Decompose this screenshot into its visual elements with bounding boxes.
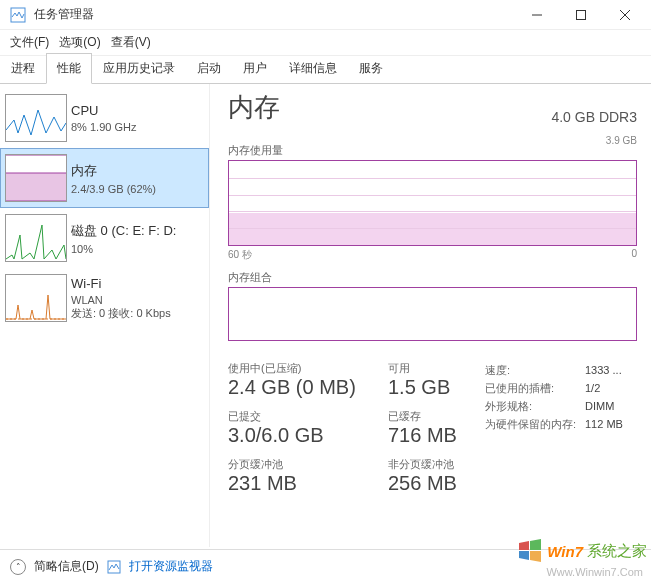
sidebar-item-sub: 2.4/3.9 GB (62%) <box>71 183 156 195</box>
sidebar-item-title: 磁盘 0 (C: E: F: D: <box>71 222 176 240</box>
close-button[interactable] <box>603 1 647 29</box>
stat-label: 分页缓冲池 <box>228 457 388 472</box>
sidebar-item-磁盘 0 (C: E: F: D:[interactable]: 磁盘 0 (C: E: F: D:10% <box>0 208 209 268</box>
maximize-button[interactable] <box>559 1 603 29</box>
brief-info-button[interactable]: 简略信息(D) <box>34 558 99 575</box>
svg-rect-2 <box>577 10 586 19</box>
page-title: 内存 <box>228 90 280 125</box>
sidebar-item-CPU[interactable]: CPU8% 1.90 GHz <box>0 88 209 148</box>
sidebar-item-sub: WLAN <box>71 294 171 306</box>
stat-value: 2.4 GB (0 MB) <box>228 376 388 399</box>
memory-composition-chart <box>228 287 637 341</box>
stat-value: 256 MB <box>388 472 483 495</box>
tab-服务[interactable]: 服务 <box>348 53 394 83</box>
sidebar-item-内存[interactable]: 内存2.4/3.9 GB (62%) <box>0 148 209 208</box>
thumb-chart <box>5 154 67 202</box>
tab-用户[interactable]: 用户 <box>232 53 278 83</box>
kv-key: 为硬件保留的内存: <box>485 415 585 433</box>
sidebar-item-title: 内存 <box>71 162 156 180</box>
kv-val: 1333 ... <box>585 361 622 379</box>
usage-max: 3.9 GB <box>606 135 637 158</box>
watermark-url: Www.Winwin7.Com <box>546 566 643 578</box>
kv-key: 外形规格: <box>485 397 585 415</box>
usage-label: 内存使用量 <box>228 143 283 158</box>
memory-spec: 4.0 GB DDR3 <box>551 109 637 125</box>
resource-monitor-icon <box>107 560 121 574</box>
stat-value: 231 MB <box>228 472 388 495</box>
kv-val: 112 MB <box>585 415 623 433</box>
axis-right: 0 <box>631 248 637 262</box>
stat-value: 3.0/6.0 GB <box>228 424 388 447</box>
kv-val: DIMM <box>585 397 614 415</box>
stat-label: 已提交 <box>228 409 388 424</box>
sidebar-item-title: CPU <box>71 103 136 118</box>
watermark: Win7系统之家 <box>517 539 647 563</box>
sidebar-item-sub: 10% <box>71 243 176 255</box>
chevron-up-icon[interactable]: ˄ <box>10 559 26 575</box>
stat-value: 716 MB <box>388 424 483 447</box>
svg-rect-6 <box>6 173 66 201</box>
sidebar-item-title: Wi-Fi <box>71 276 171 291</box>
menu-file[interactable]: 文件(F) <box>10 34 49 51</box>
memory-usage-chart <box>228 160 637 246</box>
stat-value: 1.5 GB <box>388 376 483 399</box>
thumb-chart <box>5 274 67 322</box>
tab-性能[interactable]: 性能 <box>46 53 92 84</box>
tab-进程[interactable]: 进程 <box>0 53 46 83</box>
kv-key: 已使用的插槽: <box>485 379 585 397</box>
stat-label: 可用 <box>388 361 483 376</box>
stat-label: 已缓存 <box>388 409 483 424</box>
thumb-chart <box>5 94 67 142</box>
sidebar-item-sub2: 发送: 0 接收: 0 Kbps <box>71 306 171 321</box>
menu-options[interactable]: 选项(O) <box>59 34 100 51</box>
thumb-chart <box>5 214 67 262</box>
stat-label: 非分页缓冲池 <box>388 457 483 472</box>
sidebar-item-sub: 8% 1.90 GHz <box>71 121 136 133</box>
axis-left: 60 秒 <box>228 248 252 262</box>
app-icon <box>10 7 26 23</box>
tab-应用历史记录[interactable]: 应用历史记录 <box>92 53 186 83</box>
sidebar-item-Wi-Fi[interactable]: Wi-FiWLAN发送: 0 接收: 0 Kbps <box>0 268 209 328</box>
composition-label: 内存组合 <box>228 270 637 285</box>
tab-详细信息[interactable]: 详细信息 <box>278 53 348 83</box>
kv-val: 1/2 <box>585 379 600 397</box>
kv-key: 速度: <box>485 361 585 379</box>
stat-label: 使用中(已压缩) <box>228 361 388 376</box>
menu-view[interactable]: 查看(V) <box>111 34 151 51</box>
window-title: 任务管理器 <box>34 6 94 23</box>
minimize-button[interactable] <box>515 1 559 29</box>
tab-启动[interactable]: 启动 <box>186 53 232 83</box>
open-resource-monitor-link[interactable]: 打开资源监视器 <box>129 558 213 575</box>
